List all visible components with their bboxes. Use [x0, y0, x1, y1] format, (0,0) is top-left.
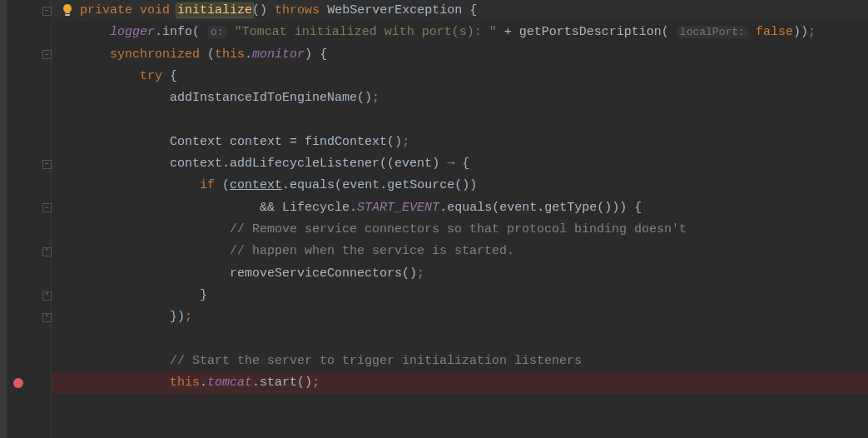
fold-marker-icon[interactable]: − — [42, 203, 52, 212]
method-call: addInstanceIdToEngineName — [170, 91, 357, 105]
equals-call: equals — [447, 201, 492, 215]
keyword-this: this — [170, 376, 200, 390]
gutter-line[interactable]: − — [0, 153, 51, 175]
fold-marker-icon[interactable]: ⌃ — [42, 291, 52, 301]
code-line[interactable]: // Remove service connectors so that pro… — [52, 219, 868, 241]
code-line[interactable] — [52, 394, 868, 416]
code-line[interactable]: }); — [52, 306, 868, 328]
gutter-line[interactable] — [0, 22, 51, 43]
code-line[interactable]: synchronized (this.monitor) { — [52, 44, 868, 66]
gutter-line[interactable] — [0, 109, 51, 131]
start-event-const: START_EVENT — [357, 201, 439, 215]
keyword-throws: throws — [275, 3, 320, 17]
fold-marker-icon[interactable]: ⌃ — [42, 313, 52, 322]
keyword-this: this — [215, 47, 245, 62]
keyword-synchronized: synchronized — [110, 47, 200, 62]
gutter-line[interactable]: − — [0, 197, 51, 219]
gutter-line[interactable] — [0, 394, 51, 416]
code-line[interactable]: Context context = findContext(); — [52, 132, 868, 153]
method-call: getSource — [387, 178, 454, 192]
code-line[interactable] — [52, 328, 868, 350]
gutter-line[interactable]: ⌃ — [0, 285, 51, 306]
monitor-field: monitor — [252, 47, 305, 62]
method-call: getType — [544, 201, 597, 215]
inlay-hint: o: — [207, 26, 227, 38]
gutter-line[interactable] — [0, 372, 51, 394]
parens: () — [252, 3, 267, 17]
gutter-line[interactable] — [0, 328, 51, 350]
code-line[interactable]: addInstanceIdToEngineName(); — [52, 87, 868, 109]
string-literal: "Tomcat initialized with port(s): " — [235, 25, 497, 39]
editor-container: − − − − ⌃ ⌃ ⌃ private void initialize() … — [0, 0, 868, 438]
gutter: − − − − ⌃ ⌃ ⌃ — [0, 0, 52, 438]
equals-call: equals — [290, 178, 335, 192]
gutter-line[interactable] — [0, 66, 51, 87]
inlay-hint: localPort: — [677, 26, 748, 38]
boolean-literal: false — [756, 25, 793, 39]
gutter-line[interactable]: − — [0, 44, 51, 66]
code-line[interactable]: logger.info( o: "Tomcat initialized with… — [52, 22, 868, 43]
fold-marker-icon[interactable]: ⌃ — [42, 247, 52, 256]
code-line[interactable]: this.tomcat.start(); — [52, 372, 868, 394]
comment: // Remove service connectors so that pro… — [230, 222, 687, 236]
gutter-line[interactable] — [0, 416, 51, 438]
method-call: removeServiceConnectors — [230, 266, 402, 281]
fold-marker-icon[interactable]: − — [42, 50, 52, 59]
code-area[interactable]: private void initialize() throws WebServ… — [52, 0, 868, 438]
code-line[interactable] — [52, 109, 868, 131]
keyword-if: if — [200, 178, 215, 192]
code-line[interactable]: removeServiceConnectors(); — [52, 263, 868, 285]
code-line[interactable]: try { — [52, 66, 868, 87]
keyword-try: try — [140, 69, 162, 83]
gutter-line[interactable]: − — [0, 0, 51, 22]
gutter-line[interactable] — [0, 87, 51, 109]
lightbulb-icon[interactable] — [61, 3, 74, 17]
comment: // Start the server to trigger initializ… — [170, 354, 582, 368]
method-call: addLifecycleListener — [230, 157, 379, 171]
gutter-line[interactable] — [0, 263, 51, 285]
info-call: info — [162, 25, 192, 39]
logger-field: logger — [110, 25, 155, 39]
code-line[interactable]: if (context.equals(event.getSource()) — [52, 175, 868, 197]
context-var: context — [230, 178, 282, 192]
code-line[interactable]: // happen when the service is started. — [52, 241, 868, 262]
method-call: getPortsDescription — [519, 25, 662, 39]
method-call: findContext — [305, 135, 387, 149]
type-context: Context — [170, 135, 222, 149]
comment: // happen when the service is started. — [230, 244, 514, 258]
start-call: start — [260, 376, 297, 390]
tomcat-field: tomcat — [207, 376, 252, 390]
gutter-line[interactable]: ⌃ — [0, 241, 51, 262]
brace: { — [462, 3, 477, 17]
code-line[interactable]: && Lifecycle.START_EVENT.equals(event.ge… — [52, 197, 868, 219]
code-line[interactable]: } — [52, 285, 868, 306]
breakpoint-icon[interactable] — [13, 378, 23, 388]
method-name: initialize — [176, 2, 254, 18]
gutter-line[interactable] — [0, 351, 51, 372]
exception-type: WebServerException — [327, 3, 462, 17]
lifecycle-class: Lifecycle — [282, 201, 350, 215]
gutter-line[interactable]: ⌃ — [0, 306, 51, 328]
gutter-line[interactable] — [0, 132, 51, 153]
svg-rect-0 — [65, 14, 70, 16]
keyword-private: private — [80, 3, 132, 17]
fold-marker-icon[interactable]: − — [42, 160, 52, 169]
gutter-line[interactable] — [0, 219, 51, 241]
fold-marker-icon[interactable]: − — [42, 7, 52, 16]
gutter-line[interactable] — [0, 175, 51, 197]
code-line[interactable]: // Start the server to trigger initializ… — [52, 351, 868, 372]
code-line[interactable]: context.addLifecycleListener((event) → { — [52, 153, 868, 175]
code-line[interactable]: private void initialize() throws WebServ… — [52, 0, 868, 22]
keyword-void: void — [140, 3, 170, 17]
